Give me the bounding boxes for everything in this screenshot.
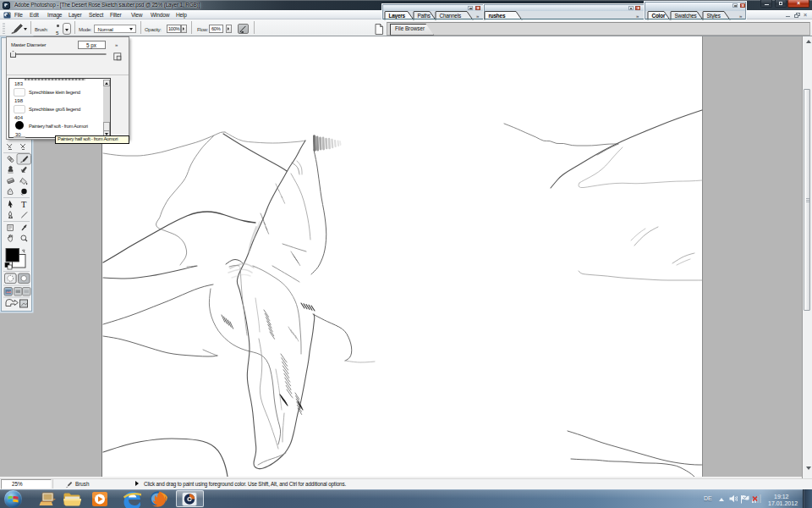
svg-text:T: T bbox=[21, 200, 27, 209]
